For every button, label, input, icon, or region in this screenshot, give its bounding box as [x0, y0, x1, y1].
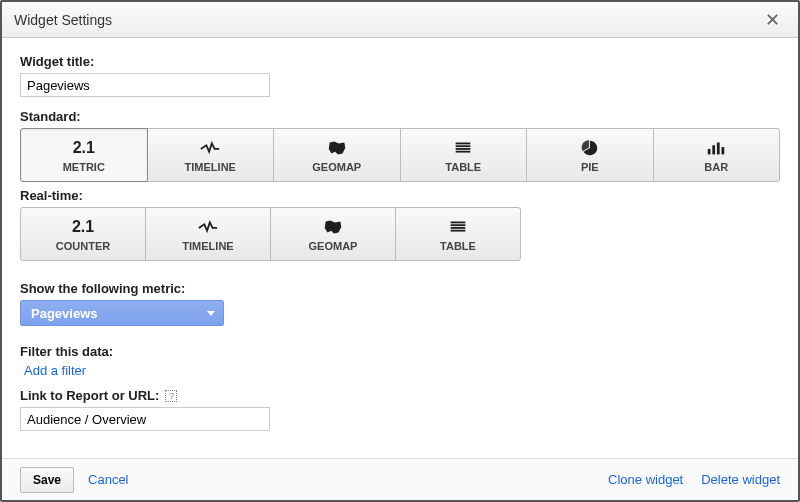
spark-icon: [197, 217, 219, 237]
clone-widget-link[interactable]: Clone widget: [608, 472, 683, 487]
standard-type-label: METRIC: [63, 161, 105, 173]
help-icon[interactable]: ?: [165, 390, 177, 402]
table-icon: [447, 217, 469, 237]
realtime-label: Real-time:: [20, 188, 780, 203]
standard-type-label: TABLE: [445, 161, 481, 173]
svg-rect-1: [456, 145, 471, 147]
cancel-link[interactable]: Cancel: [88, 472, 128, 487]
realtime-type-geomap[interactable]: GEOMAP: [270, 207, 396, 261]
show-metric-label: Show the following metric:: [20, 281, 780, 296]
svg-rect-0: [456, 142, 471, 144]
realtime-type-label: GEOMAP: [309, 240, 358, 252]
svg-rect-4: [708, 148, 711, 154]
standard-label: Standard:: [20, 109, 780, 124]
pie-icon: [579, 138, 601, 158]
svg-rect-10: [451, 227, 466, 229]
standard-type-bar[interactable]: BAR: [653, 128, 781, 182]
close-icon[interactable]: ✕: [759, 5, 786, 35]
dialog-body: Widget title: Standard: 2.1METRICTIMELIN…: [2, 38, 798, 458]
geo-icon: [322, 217, 344, 237]
num21-icon: 2.1: [73, 138, 95, 158]
bar-icon: [705, 138, 727, 158]
delete-widget-link[interactable]: Delete widget: [701, 472, 780, 487]
standard-type-pie[interactable]: PIE: [526, 128, 654, 182]
geo-icon: [326, 138, 348, 158]
svg-rect-11: [451, 229, 466, 231]
save-button[interactable]: Save: [20, 467, 74, 493]
standard-type-label: BAR: [704, 161, 728, 173]
dialog-footer: Save Cancel Clone widget Delete widget: [2, 458, 798, 500]
svg-rect-3: [456, 150, 471, 152]
dialog-titlebar: Widget Settings ✕: [2, 2, 798, 38]
standard-type-geomap[interactable]: GEOMAP: [273, 128, 401, 182]
widget-title-label: Widget title:: [20, 54, 780, 69]
dialog-title: Widget Settings: [14, 12, 112, 28]
svg-rect-8: [451, 221, 466, 223]
standard-type-row: 2.1METRICTIMELINEGEOMAPTABLEPIEBAR: [20, 128, 780, 182]
realtime-type-timeline[interactable]: TIMELINE: [145, 207, 271, 261]
realtime-type-row: 2.1COUNTERTIMELINEGEOMAPTABLE: [20, 207, 780, 261]
standard-type-table[interactable]: TABLE: [400, 128, 528, 182]
realtime-type-label: COUNTER: [56, 240, 110, 252]
chevron-down-icon: [207, 311, 215, 316]
num21-icon: 2.1: [72, 217, 94, 237]
standard-type-metric[interactable]: 2.1METRIC: [20, 128, 148, 182]
widget-settings-dialog: Widget Settings ✕ Widget title: Standard…: [0, 0, 800, 502]
standard-type-label: TIMELINE: [185, 161, 236, 173]
link-report-input[interactable]: [20, 407, 270, 431]
metric-select-value: Pageviews: [31, 306, 98, 321]
spark-icon: [199, 138, 221, 158]
standard-type-timeline[interactable]: TIMELINE: [147, 128, 275, 182]
table-icon: [452, 138, 474, 158]
link-report-label: Link to Report or URL:: [20, 388, 159, 403]
standard-type-label: GEOMAP: [312, 161, 361, 173]
realtime-type-label: TABLE: [440, 240, 476, 252]
svg-rect-9: [451, 224, 466, 226]
svg-rect-6: [717, 142, 720, 154]
realtime-type-table[interactable]: TABLE: [395, 207, 521, 261]
svg-rect-5: [713, 145, 716, 154]
realtime-type-counter[interactable]: 2.1COUNTER: [20, 207, 146, 261]
standard-type-label: PIE: [581, 161, 599, 173]
add-filter-link[interactable]: Add a filter: [24, 363, 86, 378]
filter-data-label: Filter this data:: [20, 344, 780, 359]
realtime-type-label: TIMELINE: [182, 240, 233, 252]
svg-rect-7: [722, 147, 725, 154]
metric-select[interactable]: Pageviews: [20, 300, 224, 326]
svg-rect-2: [456, 148, 471, 150]
widget-title-input[interactable]: [20, 73, 270, 97]
